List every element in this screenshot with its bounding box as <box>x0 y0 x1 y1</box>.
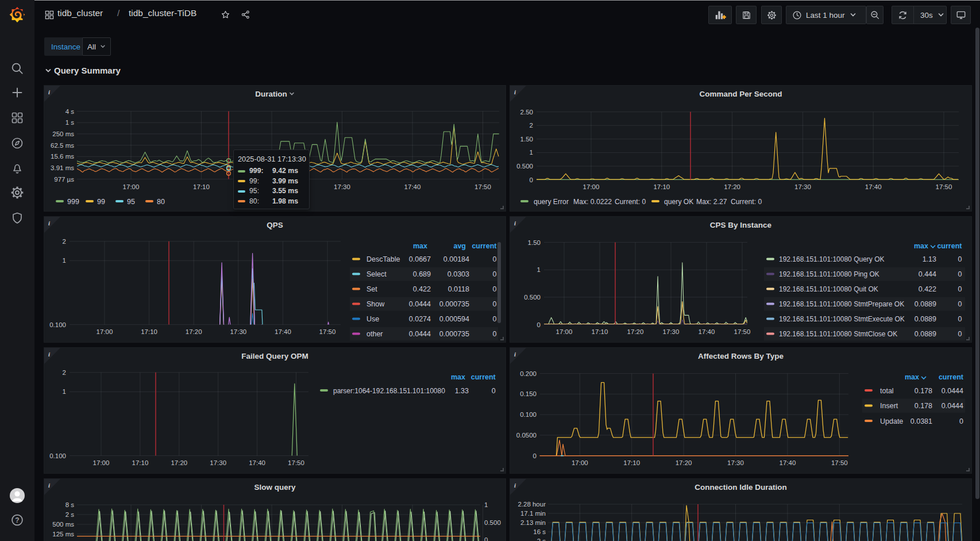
svg-text:17:20: 17:20 <box>724 183 740 190</box>
svg-text:250 ms: 250 ms <box>52 131 74 137</box>
svg-text:0: 0 <box>958 330 962 338</box>
svg-text:17.1 min: 17.1 min <box>520 510 546 517</box>
svg-text:17:00: 17:00 <box>97 328 113 335</box>
svg-text:17:00: 17:00 <box>123 183 140 190</box>
svg-text:1: 1 <box>537 266 541 273</box>
svg-text:0: 0 <box>958 255 962 263</box>
svg-text:0.0444: 0.0444 <box>942 402 963 410</box>
svg-text:1 s: 1 s <box>65 119 75 126</box>
svg-text:Current: 0: Current: 0 <box>731 198 762 206</box>
svg-text:15.6 ms: 15.6 ms <box>51 153 74 160</box>
svg-text:query OK: query OK <box>664 198 693 206</box>
svg-text:16 s: 16 s <box>533 528 546 535</box>
svg-text:192.168.151.101:10080 StmtClos: 192.168.151.101:10080 StmtClose OK <box>779 330 897 338</box>
svg-text:0: 0 <box>958 300 962 308</box>
svg-text:Update: Update <box>880 417 903 425</box>
svg-text:17:30: 17:30 <box>727 459 744 466</box>
svg-text:current: current <box>939 373 964 381</box>
svg-text:0.422: 0.422 <box>919 285 936 293</box>
svg-text:17:10: 17:10 <box>623 459 640 466</box>
svg-text:62.5 ms: 62.5 ms <box>51 142 74 149</box>
svg-text:0: 0 <box>493 270 497 278</box>
svg-text:17:50: 17:50 <box>288 459 304 466</box>
svg-text:0.0303: 0.0303 <box>447 270 469 278</box>
svg-text:Show: Show <box>366 300 385 308</box>
svg-text:1: 1 <box>63 257 66 264</box>
svg-text:0.000735: 0.000735 <box>439 330 469 338</box>
svg-text:2: 2 <box>63 238 66 245</box>
svg-text:0: 0 <box>484 536 488 541</box>
svg-text:8 s: 8 s <box>65 501 75 508</box>
svg-text:17:30: 17:30 <box>210 459 226 466</box>
svg-text:2.13 min: 2.13 min <box>520 519 546 526</box>
svg-text:0.000594: 0.000594 <box>439 315 469 323</box>
svg-text:80: 80 <box>157 198 165 206</box>
svg-text:0.000735: 0.000735 <box>439 300 469 308</box>
svg-text:17:10: 17:10 <box>653 183 670 190</box>
svg-text:17:30: 17:30 <box>334 183 350 190</box>
svg-text:17:50: 17:50 <box>474 183 491 190</box>
svg-text:max: max <box>413 242 427 250</box>
svg-text:0: 0 <box>958 270 962 278</box>
svg-text:0: 0 <box>493 255 497 263</box>
svg-text:2: 2 <box>63 369 66 376</box>
svg-text:977 µs: 977 µs <box>54 176 74 183</box>
svg-text:0.178: 0.178 <box>915 402 932 410</box>
svg-text:0.0381: 0.0381 <box>910 417 932 425</box>
svg-text:Max: 2.27: Max: 2.27 <box>696 198 727 206</box>
svg-text:0.0274: 0.0274 <box>409 315 431 323</box>
svg-text:0.0500: 0.0500 <box>516 432 537 439</box>
svg-text:0.689: 0.689 <box>413 270 431 278</box>
svg-text:2.28 hour: 2.28 hour <box>518 501 546 508</box>
svg-text:0: 0 <box>493 330 497 338</box>
svg-text:17:10: 17:10 <box>141 328 157 335</box>
svg-text:17:40: 17:40 <box>249 459 265 466</box>
svg-text:0.150: 0.150 <box>520 390 537 397</box>
svg-text:17:20: 17:20 <box>627 328 644 335</box>
svg-text:17:40: 17:40 <box>275 328 291 335</box>
svg-text:1: 1 <box>484 501 488 508</box>
svg-text:0.0118: 0.0118 <box>448 285 469 293</box>
svg-text:0.0667: 0.0667 <box>409 255 431 263</box>
svg-text:query Error: query Error <box>534 198 569 206</box>
svg-text:other: other <box>366 330 383 338</box>
svg-text:17:50: 17:50 <box>734 328 751 335</box>
svg-text:17:20: 17:20 <box>676 459 692 466</box>
svg-text:17:00: 17:00 <box>556 328 573 335</box>
svg-text:0.100: 0.100 <box>49 452 66 459</box>
svg-text:total: total <box>880 387 894 395</box>
svg-text:?: ? <box>15 516 19 524</box>
svg-text:95: 95 <box>127 198 135 206</box>
svg-text:17:40: 17:40 <box>780 459 796 466</box>
svg-text:0.200: 0.200 <box>520 370 537 377</box>
svg-text:current: current <box>471 373 496 381</box>
svg-text:0: 0 <box>493 315 497 323</box>
svg-text:0.0889: 0.0889 <box>915 330 936 338</box>
svg-text:1.13: 1.13 <box>923 255 936 263</box>
svg-text:0: 0 <box>493 300 497 308</box>
svg-text:192.168.151.101:10080 StmtExec: 192.168.151.101:10080 StmtExecute OK <box>779 315 905 323</box>
svg-text:4 s: 4 s <box>65 108 75 115</box>
svg-text:17:00: 17:00 <box>583 183 600 190</box>
svg-text:Insert: Insert <box>880 402 898 410</box>
svg-text:17:30: 17:30 <box>230 328 246 335</box>
svg-text:17:40: 17:40 <box>865 183 882 190</box>
svg-text:17:10: 17:10 <box>193 183 210 190</box>
svg-text:0: 0 <box>958 285 962 293</box>
svg-text:current: current <box>937 242 962 250</box>
svg-text:Select: Select <box>366 270 387 278</box>
svg-text:0: 0 <box>537 321 541 328</box>
svg-text:0.500: 0.500 <box>524 294 541 301</box>
svg-text:0.0444: 0.0444 <box>942 387 963 395</box>
svg-text:17:00: 17:00 <box>93 459 110 466</box>
svg-text:Set: Set <box>366 285 377 293</box>
svg-text:17:40: 17:40 <box>699 328 715 335</box>
svg-text:2 s: 2 s <box>65 511 75 518</box>
svg-text:0.100: 0.100 <box>49 321 66 328</box>
svg-text:17:00: 17:00 <box>572 459 588 466</box>
svg-text:99: 99 <box>97 198 105 206</box>
svg-text:17:30: 17:30 <box>794 183 811 190</box>
svg-text:0.422: 0.422 <box>413 285 431 293</box>
svg-text:2.50: 2.50 <box>520 109 533 116</box>
svg-text:192.168.151.101:10080 Query OK: 192.168.151.101:10080 Query OK <box>779 255 884 263</box>
